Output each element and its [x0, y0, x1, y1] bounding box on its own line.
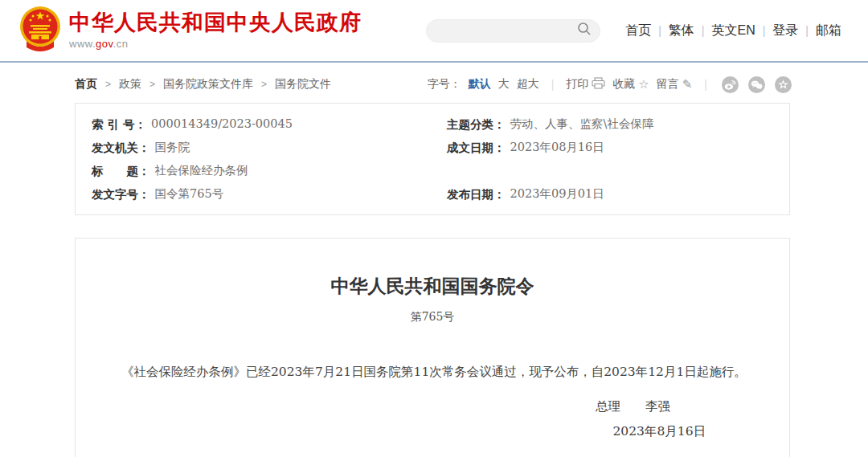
- decree-title: 中华人民共和国国务院令: [76, 274, 789, 299]
- search-icon[interactable]: [577, 22, 592, 39]
- nav-english[interactable]: 英文EN: [704, 22, 762, 39]
- meta-row-topic-category: 主题分类： 劳动、人事、监察\社会保障: [431, 112, 789, 136]
- meta-row-document-number: 发文字号： 国令第765号: [76, 182, 431, 206]
- top-nav: 首页 | 繁体 | 英文EN | 登录 | 邮箱: [618, 22, 849, 39]
- printer-icon: [592, 77, 605, 92]
- breadcrumb-home[interactable]: 首页: [75, 77, 97, 92]
- site-logo[interactable]: 中华人民共和国中央人民政府 www.gov.cn: [19, 6, 362, 55]
- weibo-icon[interactable]: [722, 76, 739, 93]
- breadcrumb-state-council-docs[interactable]: 国务院文件: [275, 77, 331, 92]
- breadcrumb-toolbar-row: 首页 > 政策 > 国务院政策文件库 > 国务院文件 字号： 默认 大 超大 |…: [0, 63, 868, 96]
- pencil-icon: ✎: [682, 77, 693, 92]
- star-share-icon[interactable]: [775, 76, 792, 93]
- font-size-xlarge[interactable]: 超大: [517, 77, 539, 92]
- meta-row-issuing-agency: 发文机关： 国务院: [76, 136, 431, 159]
- font-size-large[interactable]: 大: [498, 77, 510, 92]
- search-box[interactable]: [426, 19, 600, 43]
- site-header: 中华人民共和国中央人民政府 www.gov.cn 首页 | 繁体 | 英文EN …: [0, 0, 868, 63]
- nav-traditional[interactable]: 繁体: [661, 22, 702, 39]
- meta-row-title: 标 题： 社会保险经办条例: [76, 159, 431, 182]
- breadcrumb-policy-library[interactable]: 国务院政策文件库: [163, 77, 253, 92]
- wechat-icon[interactable]: [748, 76, 765, 93]
- comment-button[interactable]: 留言 ✎: [657, 77, 693, 92]
- nav-login[interactable]: 登录: [765, 22, 805, 39]
- font-size-label: 字号：: [428, 77, 461, 92]
- signature-date: 2023年8月16日: [76, 423, 789, 440]
- breadcrumb-policy[interactable]: 政策: [119, 77, 141, 92]
- national-emblem-icon: [19, 6, 61, 55]
- meta-row-publish-date: 发布日期： 2023年09月01日: [431, 182, 789, 206]
- premier-signature: 总理 李强: [76, 398, 789, 415]
- toolbar: 字号： 默认 大 超大 | 打印 收藏 ☆ 留言 ✎ |: [428, 76, 792, 93]
- site-url: www.gov.cn: [69, 38, 362, 50]
- print-button[interactable]: 打印: [566, 77, 605, 92]
- meta-row-index-number: 索 引 号： 000014349/2023-00045: [76, 112, 431, 136]
- site-title: 中华人民共和国中央人民政府: [69, 11, 362, 35]
- nav-mail[interactable]: 邮箱: [809, 22, 849, 39]
- meta-row-written-date: 成文日期： 2023年08月16日: [431, 136, 789, 159]
- nav-home[interactable]: 首页: [618, 22, 658, 39]
- favorite-button[interactable]: 收藏 ☆: [612, 77, 649, 92]
- font-size-default[interactable]: 默认: [469, 77, 491, 92]
- search-input[interactable]: [435, 25, 577, 37]
- document-content-box: 中华人民共和国国务院令 第765号 《社会保险经办条例》已经2023年7月21日…: [75, 238, 790, 457]
- star-outline-icon: ☆: [638, 77, 649, 92]
- meta-row-empty: [431, 159, 789, 182]
- metadata-right-column: 主题分类： 劳动、人事、监察\社会保障 成文日期： 2023年08月16日 发布…: [431, 112, 789, 206]
- metadata-left-column: 索 引 号： 000014349/2023-00045 发文机关： 国务院 标 …: [76, 112, 431, 206]
- breadcrumb: 首页 > 政策 > 国务院政策文件库 > 国务院文件: [75, 77, 331, 92]
- decree-number: 第765号: [76, 310, 789, 324]
- site-identity: 中华人民共和国中央人民政府 www.gov.cn: [69, 11, 362, 50]
- decree-body-paragraph: 《社会保险经办条例》已经2023年7月21日国务院第11次常务会议通过，现予公布…: [76, 361, 789, 382]
- document-metadata-box: 索 引 号： 000014349/2023-00045 发文机关： 国务院 标 …: [75, 103, 790, 215]
